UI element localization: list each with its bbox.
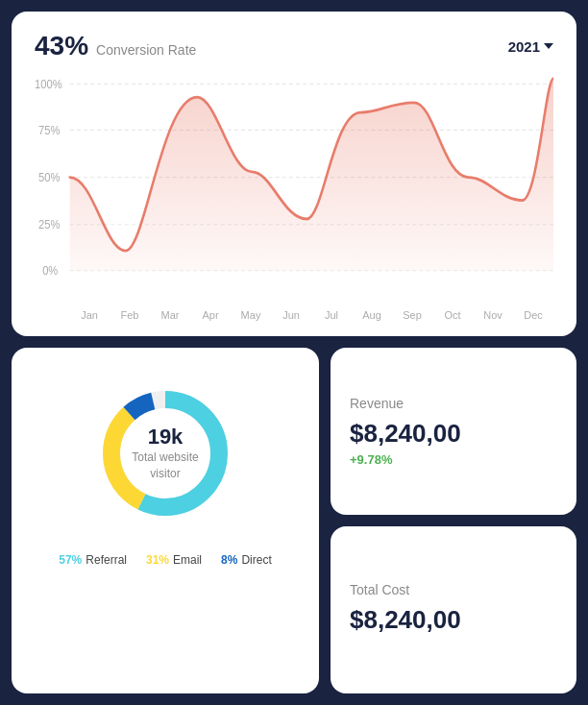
conversion-rate-card: 43% Conversion Rate 2021 100% 75% 50% 25… <box>12 12 576 336</box>
card-header: 43% Conversion Rate 2021 <box>35 31 553 61</box>
legend-email: 31% Email <box>146 553 202 567</box>
legend-direct: 8% Direct <box>221 553 272 567</box>
legend-email-label: Email <box>173 553 202 567</box>
x-label-sep: Sep <box>392 309 432 321</box>
x-label-jun: Jun <box>271 309 311 321</box>
revenue-value: $8,240,00 <box>350 419 557 449</box>
line-chart: 100% 75% 50% 25% 0% <box>35 73 553 304</box>
svg-text:0%: 0% <box>42 264 59 279</box>
x-label-apr: Apr <box>190 309 231 321</box>
donut-center: 19k Total websitevisitor <box>132 425 198 482</box>
legend-referral-label: Referral <box>86 553 127 567</box>
revenue-label: Revenue <box>350 396 557 411</box>
legend-referral-pct: 57% <box>59 553 82 567</box>
donut-sublabel: Total websitevisitor <box>132 450 198 482</box>
x-label-aug: Aug <box>352 309 392 321</box>
svg-text:75%: 75% <box>38 123 61 137</box>
x-axis-labels: Jan Feb Mar Apr May Jun Jul Aug Sep Oct … <box>35 304 553 321</box>
conversion-title: 43% Conversion Rate <box>35 31 196 61</box>
x-label-nov: Nov <box>473 309 513 321</box>
svg-text:50%: 50% <box>38 171 61 185</box>
total-cost-label: Total Cost <box>350 582 557 597</box>
bottom-row: 19k Total websitevisitor 57% Referral 31… <box>12 348 576 693</box>
year-selector[interactable]: 2021 <box>508 38 553 55</box>
svg-text:100%: 100% <box>35 77 62 91</box>
legend-direct-label: Direct <box>241 553 271 567</box>
legend-email-pct: 31% <box>146 553 169 567</box>
revenue-change: +9.78% <box>350 452 557 467</box>
x-label-jul: Jul <box>311 309 352 321</box>
conversion-percentage: 43% <box>35 31 88 61</box>
total-cost-value: $8,240,00 <box>350 605 557 635</box>
x-label-may: May <box>231 309 271 321</box>
donut-legend: 57% Referral 31% Email 8% Direct <box>59 553 271 567</box>
donut-card: 19k Total websitevisitor 57% Referral 31… <box>12 348 319 693</box>
right-cards: Revenue $8,240,00 +9.78% Total Cost $8,2… <box>331 348 576 693</box>
x-label-oct: Oct <box>432 309 473 321</box>
year-value: 2021 <box>508 38 540 55</box>
chart-svg: 100% 75% 50% 25% 0% <box>35 73 553 304</box>
legend-direct-pct: 8% <box>221 553 237 567</box>
svg-text:25%: 25% <box>38 218 61 232</box>
x-label-dec: Dec <box>513 309 553 321</box>
donut-value: 19k <box>132 425 198 450</box>
legend-referral: 57% Referral <box>59 553 127 567</box>
donut-chart: 19k Total websitevisitor <box>88 377 242 530</box>
chevron-down-icon <box>544 43 553 49</box>
total-cost-card: Total Cost $8,240,00 <box>331 526 576 693</box>
conversion-label: Conversion Rate <box>96 42 196 58</box>
x-label-mar: Mar <box>150 309 190 321</box>
x-label-feb: Feb <box>110 309 150 321</box>
x-label-jan: Jan <box>69 309 110 321</box>
revenue-card: Revenue $8,240,00 +9.78% <box>331 348 576 515</box>
